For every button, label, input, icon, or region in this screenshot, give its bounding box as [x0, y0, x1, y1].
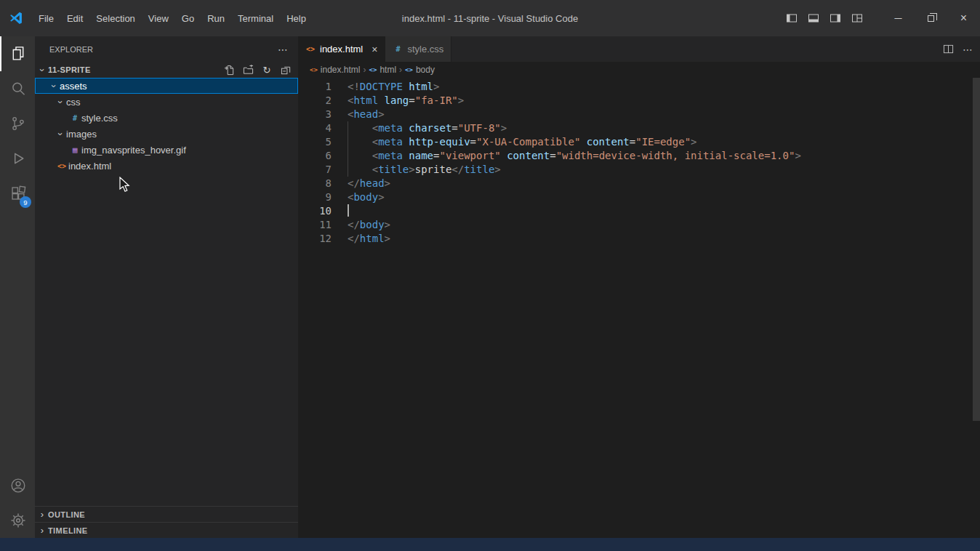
- code-line-8[interactable]: 8</head>: [298, 177, 980, 190]
- menu-view[interactable]: View: [142, 0, 175, 36]
- editor-scrollbar[interactable]: [973, 78, 980, 421]
- breadcrumb-item-body[interactable]: <>body: [405, 65, 435, 75]
- accounts-button[interactable]: [0, 468, 35, 503]
- code-token: head: [360, 177, 385, 189]
- code-line-9[interactable]: 9<body>: [298, 190, 980, 204]
- project-root-row[interactable]: › 11-SPRITE ↻: [35, 62, 298, 78]
- code-token: <: [372, 164, 378, 175]
- toggle-sidebar-icon[interactable]: [786, 12, 798, 24]
- restore-icon: [928, 15, 934, 22]
- source-control-activity-button[interactable]: [0, 106, 35, 141]
- line-number[interactable]: 6: [298, 149, 332, 163]
- chevron-right-icon: ›: [36, 509, 48, 520]
- menu-run[interactable]: Run: [201, 0, 231, 36]
- code-line-10[interactable]: 10: [298, 204, 980, 218]
- line-number[interactable]: 2: [298, 94, 332, 108]
- breadcrumb-label: html: [379, 65, 396, 75]
- code-token: name: [403, 150, 433, 161]
- menu-help[interactable]: Help: [280, 0, 313, 36]
- code-line-3[interactable]: 3<head>: [298, 108, 980, 121]
- line-number[interactable]: 9: [298, 190, 332, 204]
- code-line-12[interactable]: 12</html>: [298, 232, 980, 246]
- code-line-4[interactable]: 4 <meta charset="UTF-8">: [298, 121, 980, 135]
- tree-item-img_navsprites_hover.gif[interactable]: ▦img_navsprites_hover.gif: [35, 142, 298, 158]
- activity-bar-bottom: [0, 468, 35, 538]
- code-line-11[interactable]: 11</body>: [298, 218, 980, 232]
- customize-layout-icon[interactable]: [851, 12, 863, 24]
- code-token: meta: [378, 150, 403, 161]
- code-token: >: [378, 108, 384, 120]
- search-activity-button[interactable]: [0, 71, 35, 106]
- line-number[interactable]: 4: [298, 121, 332, 135]
- editor-more-icon[interactable]: ⋯: [963, 44, 973, 55]
- code-token: http-equiv: [403, 136, 470, 148]
- tree-item-css[interactable]: ›css: [35, 94, 298, 110]
- line-number[interactable]: 8: [298, 177, 332, 190]
- code-line-7[interactable]: 7 <title>sprite</title>: [298, 163, 980, 177]
- menu-file[interactable]: File: [32, 0, 60, 36]
- tab-style.css[interactable]: #style.css: [385, 36, 451, 62]
- tree-item-index.html[interactable]: <>index.html: [35, 158, 298, 174]
- tree-item-assets[interactable]: ›assets: [35, 78, 298, 94]
- code-area[interactable]: 1<!DOCTYPE html>2<html lang="fa-IR">3<he…: [298, 78, 980, 538]
- line-number[interactable]: 12: [298, 232, 332, 246]
- close-tab-icon[interactable]: ×: [371, 44, 377, 55]
- menu-terminal[interactable]: Terminal: [231, 0, 280, 36]
- settings-button[interactable]: [0, 503, 35, 538]
- tree-item-style.css[interactable]: #style.css: [35, 110, 298, 126]
- close-button[interactable]: ×: [947, 0, 980, 36]
- line-number[interactable]: 11: [298, 218, 332, 232]
- new-folder-icon[interactable]: [241, 63, 254, 76]
- code-token: =: [550, 150, 555, 161]
- html-file-icon: <>: [305, 45, 316, 53]
- refresh-icon[interactable]: ↻: [260, 63, 273, 76]
- editor-group: <>index.html×#style.css ⋯ <>index.html›<…: [298, 36, 980, 538]
- line-content: <meta name="viewport" content="width=dev…: [332, 149, 801, 163]
- files-icon: [10, 46, 26, 62]
- line-number[interactable]: 10: [298, 204, 332, 218]
- symbol-icon: <>: [405, 66, 413, 73]
- line-number[interactable]: 7: [298, 163, 332, 177]
- css-file-icon: #: [393, 45, 403, 53]
- chevron-down-icon: ›: [55, 96, 66, 108]
- new-file-icon[interactable]: [222, 63, 236, 76]
- line-number[interactable]: 3: [298, 108, 332, 121]
- breadcrumb-label: index.html: [321, 65, 361, 75]
- toggle-panel-icon[interactable]: [808, 12, 819, 24]
- menu-edit[interactable]: Edit: [60, 0, 89, 36]
- collapse-all-icon[interactable]: [279, 63, 292, 76]
- toggle-secondary-sidebar-icon[interactable]: [830, 12, 841, 24]
- code-line-2[interactable]: 2<html lang="fa-IR">: [298, 94, 980, 108]
- menu-selection[interactable]: Selection: [89, 0, 141, 36]
- code-token: content: [501, 150, 550, 161]
- tab-bar: <>index.html×#style.css ⋯: [298, 36, 980, 62]
- code-token: =: [451, 122, 457, 134]
- split-editor-icon[interactable]: [943, 44, 954, 55]
- code-line-5[interactable]: 5 <meta http-equiv="X-UA-Compatible" con…: [298, 135, 980, 149]
- restore-button[interactable]: [915, 0, 947, 36]
- more-actions-icon[interactable]: ⋯: [278, 44, 288, 55]
- code-token: >: [795, 150, 800, 161]
- tree-item-label: assets: [60, 81, 87, 92]
- code-line-1[interactable]: 1<!DOCTYPE html>: [298, 80, 980, 94]
- panel-outline[interactable]: ›OUTLINE: [35, 506, 298, 522]
- tab-index.html[interactable]: <>index.html×: [298, 36, 385, 62]
- breadcrumb-item-html[interactable]: <>html: [369, 65, 397, 75]
- breadcrumb-item-index.html[interactable]: <>index.html: [310, 65, 361, 75]
- extensions-activity-button[interactable]: 9: [0, 176, 35, 211]
- code-line-6[interactable]: 6 <meta name="viewport" content="width=d…: [298, 149, 980, 163]
- tree-item-label: images: [66, 129, 97, 140]
- run-debug-activity-button[interactable]: [0, 141, 35, 176]
- workbench: 9 EXPLORER ⋯ › 11-SPRITE: [0, 36, 980, 538]
- file-tree: ›assets›css#style.css›images▦img_navspri…: [35, 78, 298, 174]
- minimize-button[interactable]: ─: [882, 0, 915, 36]
- line-content: <body>: [332, 190, 385, 204]
- line-number[interactable]: 1: [298, 80, 332, 94]
- code-token: html: [360, 233, 385, 244]
- line-number[interactable]: 5: [298, 135, 332, 149]
- menu-go[interactable]: Go: [175, 0, 201, 36]
- panel-timeline[interactable]: ›TIMELINE: [35, 522, 298, 538]
- tree-item-images[interactable]: ›images: [35, 126, 298, 142]
- code-token: sprite: [415, 164, 452, 175]
- explorer-activity-button[interactable]: [0, 36, 35, 71]
